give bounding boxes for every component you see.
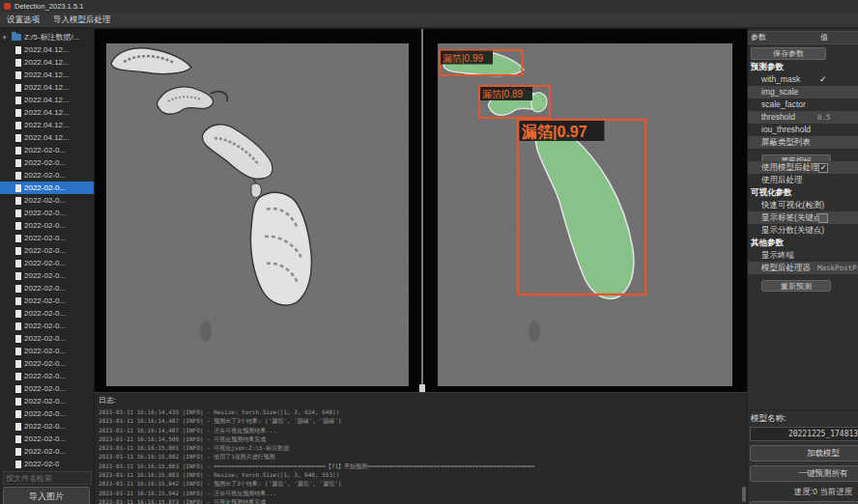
tree-item[interactable]: 2022.04.12... xyxy=(0,43,94,56)
image-viewer: 漏箔|0.99 漏箔|0.89 漏箔|0.97 日志: 2023-01-11 1… xyxy=(95,29,747,504)
detection-label-2: 漏箔|0.89 xyxy=(482,89,523,99)
checkbox-checked[interactable]: ✓ xyxy=(818,163,828,173)
param-row[interactable]: 使用模型后处理✓ xyxy=(748,161,858,174)
tree-item[interactable]: 2022-02-0... xyxy=(0,370,94,382)
tree-item[interactable]: 2022.04.12... xyxy=(0,119,94,131)
file-icon xyxy=(15,272,21,280)
param-row[interactable]: iou_threshold xyxy=(748,124,858,136)
param-row[interactable]: 显示分数(关键点) xyxy=(748,224,858,237)
param-column-header: 参数 xyxy=(751,32,766,43)
param-row[interactable]: 显示终端 xyxy=(748,249,858,262)
tree-item[interactable]: 2022-02-0... xyxy=(0,244,94,257)
tree-item[interactable]: 2022-02-0... xyxy=(0,257,94,269)
file-tree-items: 2022.04.12...2022.04.12...2022.04.12...2… xyxy=(0,43,94,469)
log-scrollbar[interactable] xyxy=(742,487,746,502)
tree-item[interactable]: 2022-02-0... xyxy=(0,445,94,458)
tree-item[interactable]: 2022-02-0... xyxy=(0,357,94,370)
param-label: 屏蔽类型列表 xyxy=(761,137,811,147)
file-icon xyxy=(15,197,21,205)
file-icon xyxy=(15,461,21,468)
tree-item[interactable]: 2022.04.12... xyxy=(0,94,94,106)
tree-item[interactable]: 2022-02-0... xyxy=(0,307,94,320)
predict-all-button[interactable]: 一键预测所有 xyxy=(750,465,858,482)
file-icon xyxy=(15,122,21,129)
param-row[interactable]: 屏蔽类型列表 xyxy=(748,136,858,149)
tree-item[interactable]: 2022-02-0... xyxy=(0,169,94,182)
param-section-title: 可视化参数 xyxy=(748,186,858,199)
param-row[interactable]: threshold0.5 xyxy=(748,111,858,124)
menu-settings[interactable]: 设置选项 xyxy=(0,13,46,27)
file-icon xyxy=(15,410,21,418)
model-name-field[interactable]: 20221225_174813 xyxy=(750,427,858,441)
file-icon xyxy=(15,172,21,180)
tree-item[interactable]: 2022-02-0... xyxy=(0,144,94,156)
param-action-button[interactable]: 重新预测 xyxy=(761,280,831,292)
param-row[interactable]: 模型后处理器MaskPostPro xyxy=(748,262,858,274)
log-line: 2023-01-11 16:16:14,487 |INFO| - 预测出了3个结… xyxy=(99,416,747,425)
menu-import-postprocess[interactable]: 导入模型后处理 xyxy=(46,13,118,27)
param-row[interactable]: with_mask✓ xyxy=(748,73,858,86)
tree-item[interactable]: 2022.04.12... xyxy=(0,69,94,81)
tree-item[interactable]: 2022-02-0... xyxy=(0,407,94,420)
tree-root[interactable]: ▾ Z:/5-标注数据/... xyxy=(0,31,94,43)
log-line: 2023-01-11 16:16:15,042 |INFO| - 正在可视化预测… xyxy=(99,489,747,497)
tree-item-label: 2022-02-0... xyxy=(24,397,66,406)
file-icon xyxy=(15,322,21,330)
log-panel: 日志: 2023-01-11 16:16:14,435 |INFO| - Res… xyxy=(95,392,747,504)
param-value: MaskPostPro xyxy=(817,262,858,274)
param-row[interactable]: scale_factor xyxy=(748,98,858,111)
import-image-button[interactable]: 导入图片 xyxy=(3,487,90,504)
tree-item-label: 2022-02-0... xyxy=(24,422,66,431)
tree-item[interactable]: 2022-02-0... xyxy=(0,269,94,282)
tree-item[interactable]: 2022-02-0... xyxy=(0,332,94,345)
tree-item[interactable]: 2022-02-0... xyxy=(0,320,94,332)
tree-item[interactable]: 2022-02-0... xyxy=(0,294,94,307)
file-icon xyxy=(15,109,21,117)
load-model-button[interactable]: 加载模型 xyxy=(750,445,858,462)
tree-item[interactable]: 2022.04.12... xyxy=(0,56,94,69)
tree-item[interactable]: 2022-02-0... xyxy=(0,345,94,357)
tree-item-label: 2022-02-0... xyxy=(24,284,66,293)
checkmark-icon[interactable]: ✓ xyxy=(819,73,827,86)
param-row[interactable]: 显示标签(关键点) xyxy=(748,211,858,224)
param-row[interactable]: 使用后处理 xyxy=(748,174,858,186)
param-sections: 预测参数with_mask✓img_scalescale_factorthres… xyxy=(748,61,858,287)
file-icon xyxy=(15,385,21,393)
value-column-header: 值 xyxy=(820,32,828,43)
tree-item[interactable]: 2022-02-0... xyxy=(0,219,94,232)
tree-item[interactable]: 2022-02-0... xyxy=(0,395,94,407)
tree-item[interactable]: 2022-02-0 xyxy=(0,458,94,469)
tree-item[interactable]: 2022-02-0... xyxy=(0,382,94,395)
prediction-image-panel[interactable]: 漏箔|0.99 漏箔|0.89 漏箔|0.97 xyxy=(438,43,732,386)
detection-label-1: 漏箔|0.99 xyxy=(443,53,483,64)
tree-item[interactable]: 2022-02-0... xyxy=(0,156,94,169)
prediction-image: 漏箔|0.99 漏箔|0.89 漏箔|0.97 xyxy=(438,43,732,386)
tree-item-label: 2022-02-0... xyxy=(24,409,66,418)
tree-item-label: 2022-02-0... xyxy=(24,347,66,355)
file-icon xyxy=(15,134,21,142)
tree-item[interactable]: 2022-02-0... xyxy=(0,282,94,294)
filename-search-input[interactable] xyxy=(3,471,92,485)
expand-arrow-icon[interactable]: ▾ xyxy=(3,34,9,42)
tree-item[interactable]: 2022-02-0... xyxy=(0,194,94,207)
file-icon xyxy=(15,435,21,443)
tree-item-label: 2022-02-0... xyxy=(24,434,66,443)
tree-item[interactable]: 2022.04.12... xyxy=(0,81,94,94)
save-params-button[interactable]: 保存参数 xyxy=(751,47,826,60)
checkbox-empty[interactable] xyxy=(818,213,828,223)
param-row[interactable]: img_scale xyxy=(748,86,858,98)
panel-divider[interactable] xyxy=(421,29,423,392)
tree-item[interactable]: 2022.04.12... xyxy=(0,131,94,144)
tree-item[interactable]: 2022-02-0... xyxy=(0,232,94,244)
original-image-panel[interactable] xyxy=(106,43,409,386)
tree-item[interactable]: 2022-02-0... xyxy=(0,433,94,445)
file-icon xyxy=(15,297,21,305)
param-row[interactable]: 快速可视化(检测) xyxy=(748,199,858,211)
tree-item[interactable]: 2022-02-0... xyxy=(0,207,94,219)
tree-item[interactable]: 2022.04.12... xyxy=(0,106,94,119)
tree-item[interactable]: 2022-02-0... xyxy=(0,420,94,433)
log-line: 2023-01-11 16:16:15,073 |INFO| - 可视化预测结果… xyxy=(99,497,747,504)
tree-item[interactable]: 2022-02-0... xyxy=(0,182,94,194)
parameters-panel: 参数 值 保存参数 预测参数with_mask✓img_scalescale_f… xyxy=(747,29,858,504)
original-image xyxy=(106,43,409,386)
